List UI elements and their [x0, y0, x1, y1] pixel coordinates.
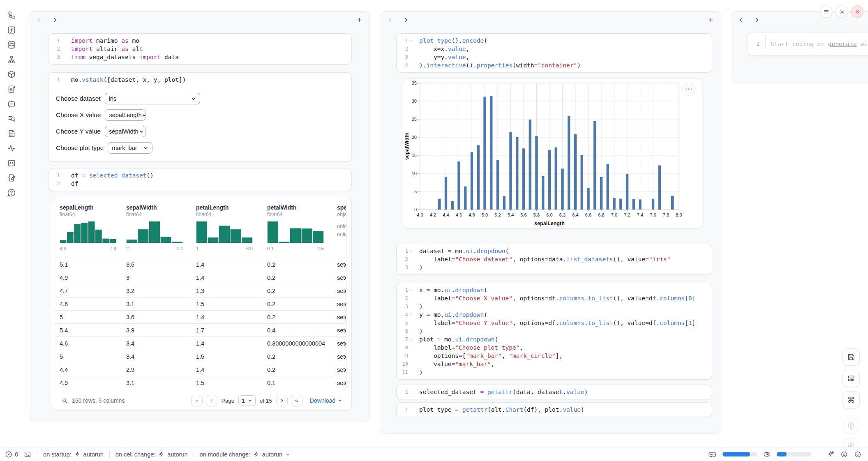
cell-selected-dataset[interactable]: 1selected_dataset = getattr(data, datase… — [396, 385, 712, 399]
runtime-config-2[interactable]: on module change:autorun — [200, 451, 291, 458]
first-page-button[interactable]: « — [191, 395, 203, 406]
chart-menu-button[interactable] — [682, 83, 695, 96]
svg-text:sepalLength: sepalLength — [534, 221, 565, 226]
chevron-down-icon — [247, 398, 252, 403]
svg-text:7.8: 7.8 — [663, 212, 669, 217]
table-column-header[interactable]: sepalWidthfloat6424.4 — [126, 204, 196, 258]
help-icon[interactable] — [7, 188, 16, 197]
table-column-header[interactable]: speciesobjectunique:nulls: — [337, 204, 346, 258]
save-button[interactable] — [843, 348, 860, 366]
fold-chevron-icon[interactable] — [408, 247, 414, 255]
line-number: 2 — [397, 294, 408, 302]
table-column-header[interactable]: petalWidthfloat640.12.5 — [267, 204, 337, 258]
runtime-config-0[interactable]: on startup:autorun — [43, 451, 104, 458]
logs-icon[interactable] — [7, 114, 16, 123]
fold-gutter — [60, 171, 66, 180]
code-line: 4).interactive().properties(width="conta… — [397, 61, 712, 69]
dropdown-select[interactable]: iris — [105, 93, 200, 104]
code-line: 1x = mo.ui.dropdown( — [397, 286, 712, 294]
ai-chat-icon[interactable] — [7, 99, 16, 108]
dropdown-select[interactable]: mark_bar — [108, 142, 152, 154]
code-text: ) — [414, 302, 423, 311]
cell-plot[interactable]: 1plot_type().encode(2 x=x.value,3 y=y.va… — [396, 33, 712, 73]
chevron-right-icon[interactable] — [403, 17, 409, 23]
code-line: 1df = selected_dataset() — [48, 171, 351, 180]
dropdown-select[interactable]: sepalWidth — [105, 126, 145, 137]
code-text: import altair as alt — [66, 45, 143, 53]
cell-dataset-dropdown[interactable]: 1dataset = mo.ui.dropdown(2 label="Choos… — [396, 244, 712, 275]
cell-imports[interactable]: 1import marimo as mo2import altair as al… — [48, 33, 352, 65]
runtime-config-1[interactable]: on cell change:autorun — [115, 451, 188, 458]
code-text: label="Choose Y value", options=df.colum… — [414, 319, 695, 327]
svg-text:5.0: 5.0 — [482, 212, 488, 217]
status-bar: 0 on startup:autorunon cell change:autor… — [0, 447, 868, 461]
terminal-icon[interactable] — [24, 451, 31, 458]
database-icon[interactable] — [7, 40, 16, 49]
chevron-left-icon[interactable] — [738, 17, 744, 23]
table-column-header[interactable]: petalLengthfloat6416.9 — [196, 204, 267, 258]
cell-vstack[interactable]: 1mo.vstack([dataset, x, y, plot]) Choose… — [48, 72, 352, 161]
fold-chevron-icon[interactable] — [408, 335, 414, 343]
close-button[interactable] — [851, 5, 863, 18]
histogram-range: 0.12.5 — [267, 246, 324, 251]
file-tree-icon[interactable] — [7, 11, 16, 20]
page-select[interactable]: 1 — [238, 395, 256, 406]
histogram-range: 16.9 — [196, 246, 253, 251]
cell-plot-type[interactable]: 1plot_type = getattr(alt.Chart(df), plot… — [396, 402, 712, 417]
column-dtype: object — [337, 212, 346, 217]
copilot-button[interactable] — [840, 451, 848, 458]
dropdown-select[interactable]: sepalLength — [105, 109, 145, 121]
chevron-right-icon[interactable] — [754, 17, 760, 23]
last-page-button[interactable]: » — [291, 395, 302, 406]
code-text: Start coding or generate with — [765, 40, 868, 48]
next-page-button[interactable] — [276, 395, 288, 406]
settings-gear-button[interactable] — [836, 5, 848, 18]
bar-chart[interactable]: 4.04.24.44.64.85.05.25.45.65.86.06.26.46… — [403, 78, 703, 229]
chevron-left-icon[interactable] — [387, 17, 393, 23]
snippets-icon[interactable] — [7, 159, 16, 168]
add-cell-icon[interactable] — [356, 16, 363, 23]
scratchpad-icon[interactable] — [7, 173, 16, 182]
cell-empty[interactable]: 1Start coding or generate with — [748, 32, 868, 56]
fold-gutter — [408, 53, 414, 61]
column-name: sepalWidth — [126, 204, 196, 211]
download-button[interactable]: Download — [310, 397, 342, 404]
prev-page-button[interactable] — [206, 395, 217, 406]
line-number: 1 — [397, 37, 408, 45]
connection-status-button[interactable] — [854, 451, 861, 458]
table-cell: 3.5 — [126, 261, 196, 268]
table-column-header[interactable]: sepalLengthfloat644.37.9 — [60, 204, 126, 258]
dropdown-row: Choose X valuesepalLength — [56, 108, 344, 122]
tracing-icon[interactable] — [7, 144, 16, 153]
stop-button[interactable] — [843, 417, 859, 434]
code-line: 4y = mo.ui.dropdown( — [397, 311, 712, 319]
menu-button[interactable] — [820, 5, 832, 18]
documentation-icon[interactable] — [7, 129, 16, 138]
add-cell-icon[interactable] — [707, 16, 714, 23]
search-icon[interactable] — [61, 397, 68, 404]
fold-chevron-icon[interactable] — [408, 311, 414, 319]
column-panel-middle: 1plot_type().encode(2 x=x.value,3 y=y.va… — [380, 11, 721, 434]
fold-chevron-icon[interactable] — [408, 37, 414, 45]
ai-sparkles-button[interactable] — [827, 451, 834, 458]
layout-button[interactable] — [843, 370, 860, 387]
error-count[interactable]: 0 — [5, 451, 18, 458]
column-dtype: float64 — [60, 212, 126, 217]
generate-link[interactable]: generate — [828, 41, 857, 47]
table-cell: 3.4 — [126, 340, 196, 347]
scripts-icon[interactable] — [7, 85, 16, 94]
dependency-graph-icon[interactable] — [7, 55, 16, 64]
code-line: 1Start coding or generate with — [748, 40, 868, 48]
code-text: x=x.value, — [414, 45, 469, 53]
keyboard-shortcuts-button[interactable]: ⌘ — [843, 391, 860, 408]
table-cell: setosa — [337, 301, 346, 307]
table-cell: 0.2 — [267, 274, 337, 281]
functions-icon[interactable] — [7, 25, 16, 35]
cell-df[interactable]: 1df = selected_dataset()2df — [48, 168, 352, 191]
chevron-right-icon[interactable] — [52, 17, 58, 23]
fold-chevron-icon[interactable] — [408, 286, 414, 294]
cell-xy-dropdowns[interactable]: 1x = mo.ui.dropdown(2 label="Choose X va… — [396, 283, 712, 380]
svg-text:20: 20 — [412, 135, 417, 140]
chevron-left-icon[interactable] — [36, 17, 42, 23]
packages-icon[interactable] — [7, 70, 16, 79]
